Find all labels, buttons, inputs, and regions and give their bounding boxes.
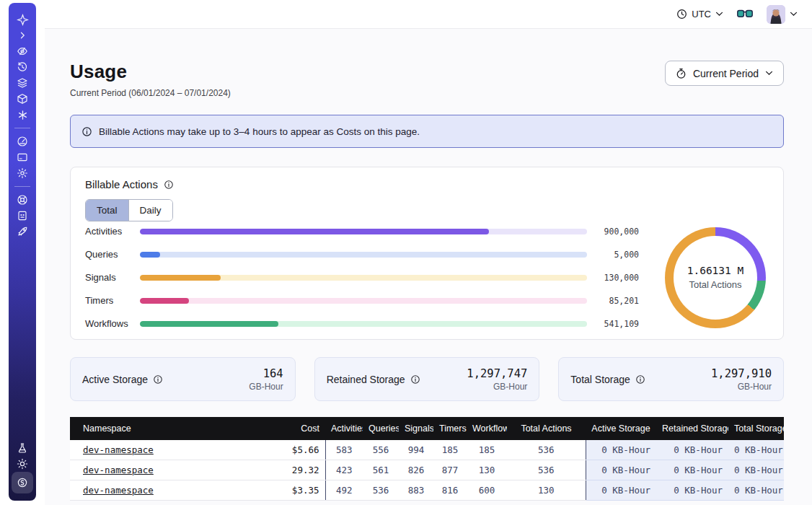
dollar-coin-icon[interactable] [12, 472, 33, 493]
col-queries: Queries [363, 417, 399, 440]
bar-row-timers: Timers 85,201 [85, 295, 639, 306]
workflows-cell: 130 [467, 460, 507, 480]
sidebar [9, 3, 36, 501]
info-icon[interactable] [153, 374, 163, 385]
rocket-icon[interactable] [12, 224, 32, 240]
sidebar-divider [14, 128, 30, 128]
sun-icon[interactable] [12, 456, 32, 472]
billable-bars: Activities 900,000 Queries 5,000 Signals… [85, 226, 665, 329]
bar-track [140, 252, 587, 258]
storage-card-value: 164 [249, 367, 283, 380]
col-active-storage: Active Storage [586, 417, 656, 440]
page-title: Usage [70, 61, 231, 83]
timers-cell: 816 [433, 480, 467, 501]
feedback-icon[interactable] [12, 208, 32, 224]
signals-cell: 826 [399, 460, 433, 480]
total-storage-cell: 0 KB-Hour [728, 480, 784, 501]
total-storage-cell: 0 KB-Hour [728, 440, 784, 460]
col-total-storage: Total Storage [728, 417, 784, 440]
billable-view-tabs: TotalDaily [85, 199, 173, 221]
col-cost: Cost [250, 417, 325, 440]
temporal-logo[interactable] [12, 12, 32, 27]
active-storage-cell: 0 KB-Hour [586, 480, 656, 501]
storage-card-total-storage: Total Storage 1,297,910 GB-Hour [558, 357, 784, 401]
timers-cell: 877 [433, 460, 467, 480]
asterisk-icon[interactable] [12, 107, 32, 123]
table-header-row: Namespace Cost Activities Queries Signal… [70, 417, 784, 440]
workflows-cell: 185 [467, 440, 507, 460]
bar-row-signals: Signals 130,000 [85, 272, 639, 283]
bar-fill [140, 298, 189, 304]
history-icon[interactable] [12, 59, 32, 75]
signals-cell: 994 [399, 440, 433, 460]
cost-cell: 29.32 [250, 460, 325, 480]
lifebuoy-icon[interactable] [12, 192, 32, 208]
tab-total[interactable]: Total [86, 200, 128, 221]
user-menu[interactable] [767, 5, 798, 24]
bar-value: 900,000 [594, 227, 639, 237]
total-actions-cell: 536 [507, 460, 586, 480]
billable-actions-card: Billable Actions TotalDaily Activities 9… [70, 167, 784, 340]
timezone-selector[interactable]: UTC [676, 9, 723, 19]
bar-fill [140, 252, 160, 258]
storage-card-value: 1,297,747 [467, 367, 527, 380]
card-icon[interactable] [12, 149, 32, 165]
storage-card-unit: GB-Hour [467, 382, 527, 392]
bar-row-queries: Queries 5,000 [85, 249, 639, 260]
chevron-right-icon[interactable] [12, 27, 32, 43]
bar-track [140, 298, 587, 304]
period-dropdown-button[interactable]: Current Period [665, 61, 784, 86]
info-banner: Billable Actions may take up to 3–4 hour… [70, 115, 784, 148]
info-icon[interactable] [410, 374, 420, 385]
total-actions-label: Total Actions [689, 279, 742, 290]
chevron-down-icon [765, 71, 773, 76]
active-storage-cell: 0 KB-Hour [586, 460, 656, 480]
storage-card-label: Active Storage [82, 374, 148, 385]
total-actions-cell: 130 [507, 480, 586, 501]
cost-cell: $3.35 [250, 480, 325, 501]
bar-value: 541,109 [594, 319, 639, 329]
col-activities: Activities [325, 417, 363, 440]
storage-card-unit: GB-Hour [711, 382, 772, 392]
info-icon[interactable] [635, 374, 645, 385]
cost-cell: $5.66 [250, 440, 325, 460]
queries-cell: 556 [363, 440, 399, 460]
bar-label: Activities [85, 226, 133, 237]
total-storage-cell: 0 KB-Hour [728, 460, 784, 480]
glasses-icon[interactable] [735, 6, 755, 22]
bar-label: Timers [85, 295, 133, 306]
layers-icon[interactable] [12, 75, 32, 91]
gauge-icon[interactable] [12, 133, 32, 149]
cube-icon[interactable] [12, 91, 32, 107]
col-retained-storage: Retained Storage [656, 417, 728, 440]
main-area: UTC Usage Current Period (06/01/2024 – 0… [45, 0, 812, 505]
storage-card-label: Total Storage [570, 374, 630, 385]
info-icon[interactable] [164, 180, 174, 190]
activities-cell: 423 [325, 460, 363, 480]
timers-cell: 185 [433, 440, 467, 460]
namespace-link[interactable]: dev-namespace [83, 444, 154, 455]
tab-daily[interactable]: Daily [128, 200, 172, 221]
bar-label: Queries [85, 249, 133, 260]
retained-storage-cell: 0 KB-Hour [656, 460, 728, 480]
bar-track [140, 229, 587, 234]
bar-fill [140, 229, 489, 234]
workflows-cell: 600 [467, 480, 507, 501]
bar-label: Signals [85, 272, 133, 283]
col-workflows: Workflows [467, 417, 507, 440]
namespace-link[interactable]: dev-namespace [83, 465, 154, 475]
col-namespace: Namespace [70, 417, 250, 440]
storage-cards: Active Storage 164 GB-Hour Retained Stor… [70, 357, 784, 401]
retained-storage-cell: 0 KB-Hour [656, 440, 728, 460]
namespace-link[interactable]: dev-namespace [83, 485, 154, 496]
active-storage-cell: 0 KB-Hour [586, 440, 656, 460]
flask-icon[interactable] [12, 440, 32, 456]
total-actions-cell: 536 [507, 440, 586, 460]
storage-card-label: Retained Storage [327, 374, 405, 385]
gear-icon[interactable] [12, 165, 32, 181]
bar-row-workflows: Workflows 541,109 [85, 318, 639, 329]
eye-icon[interactable] [12, 43, 32, 59]
current-period-subtitle: Current Period (06/01/2024 – 07/01/2024) [70, 88, 231, 98]
total-actions-value: 1.66131 M [687, 265, 744, 276]
usage-page: Usage Current Period (06/01/2024 – 07/01… [45, 29, 812, 505]
